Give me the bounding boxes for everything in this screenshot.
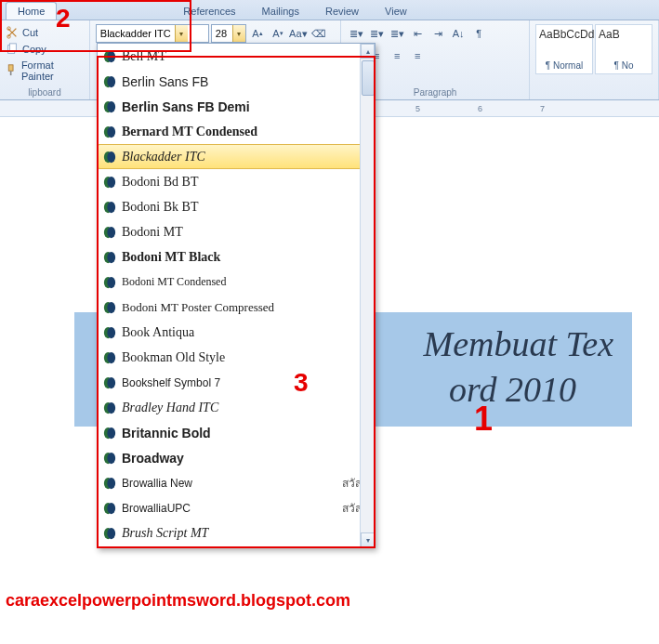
font-option[interactable]: Brush Script MT [98, 520, 375, 545]
svg-point-7 [107, 50, 115, 61]
svg-point-17 [107, 176, 115, 187]
sort-button[interactable]: A↓ [449, 24, 468, 43]
font-option[interactable]: Browallia Newสวัสดี [98, 470, 375, 495]
font-option[interactable]: Bookman Old Style [98, 345, 375, 370]
font-option[interactable]: Britannic Bold [98, 420, 375, 445]
font-option[interactable]: Bodoni MT [98, 219, 375, 244]
scroll-thumb[interactable] [362, 60, 375, 96]
font-option[interactable]: Bodoni Bk BT [98, 194, 375, 219]
size-dropdown-button[interactable]: ▾ [232, 25, 245, 42]
opentype-icon [103, 326, 116, 339]
indent-icon: ⇥ [434, 28, 442, 40]
opentype-icon [103, 100, 116, 113]
svg-point-27 [107, 301, 115, 312]
format-painter-label: Format Painter [21, 59, 84, 82]
tab-references[interactable]: References [172, 3, 246, 20]
opentype-icon [103, 50, 116, 63]
numbering-icon: ≣ [370, 28, 378, 40]
font-size-selector[interactable]: 28 ▾ [211, 24, 246, 43]
font-option-label: BrowalliaUPC [122, 502, 191, 515]
dropdown-scrollbar: ▴ ▾ [360, 44, 375, 547]
decrease-indent-button[interactable]: ⇤ [408, 24, 427, 43]
font-option-label: Broadway [122, 451, 184, 466]
svg-point-29 [107, 326, 115, 337]
font-option[interactable]: Blackadder ITC [98, 144, 375, 169]
font-option[interactable]: Bodoni Bd BT [98, 169, 375, 194]
opentype-icon [103, 251, 116, 264]
svg-rect-3 [9, 44, 16, 52]
group-styles: AaBbCcDd ¶ Normal AaB ¶ No [530, 20, 659, 99]
font-option-label: Bernard MT Condensed [122, 125, 257, 139]
tab-review[interactable]: Review [314, 3, 370, 20]
svg-point-35 [107, 401, 115, 413]
font-option-label: Bodoni MT [122, 225, 183, 240]
font-option-label: Bookman Old Style [122, 350, 225, 365]
opentype-icon [103, 452, 116, 465]
svg-point-37 [107, 427, 115, 438]
font-option[interactable]: Book Antiqua [98, 320, 375, 345]
ruler-mark: 7 [540, 104, 545, 113]
change-case-button[interactable]: Aa▾ [289, 24, 308, 43]
scissors-icon [6, 26, 19, 39]
opentype-icon [103, 376, 116, 389]
copy-icon [6, 43, 19, 56]
font-option[interactable]: Bradley Hand ITC [98, 395, 375, 420]
opentype-icon [103, 301, 116, 314]
font-option[interactable]: Bernard MT Condensed [98, 119, 375, 144]
opentype-icon [103, 176, 116, 189]
font-option[interactable]: Calibri [98, 545, 375, 547]
ruler-mark: 5 [415, 104, 420, 113]
show-marks-button[interactable]: ¶ [469, 24, 488, 43]
tab-mailings[interactable]: Mailings [251, 3, 310, 20]
font-dropdown-button[interactable]: ▾ [175, 25, 188, 42]
font-option-label: Bell MT [122, 49, 166, 64]
style-nospacing[interactable]: AaB ¶ No [595, 24, 652, 74]
cut-label: Cut [22, 27, 38, 38]
copy-button[interactable]: Copy [6, 41, 84, 58]
font-option[interactable]: Bookshelf Symbol 7 [98, 370, 375, 395]
align-right-button[interactable]: ≡ [388, 46, 406, 65]
numbering-button[interactable]: ≣▾ [367, 24, 386, 43]
format-painter-button[interactable]: Format Painter [6, 58, 84, 84]
font-option[interactable]: Bodoni MT Poster Compressed [98, 295, 375, 320]
ribbon-tabs: Home References Mailings Review View [0, 0, 659, 20]
opentype-icon [103, 75, 116, 88]
tab-home[interactable]: Home [6, 2, 57, 20]
tab-view[interactable]: View [374, 3, 418, 20]
svg-point-13 [107, 125, 115, 137]
style-normal[interactable]: AaBbCcDd ¶ Normal [535, 24, 593, 74]
clear-formatting-button[interactable]: ⌫ [310, 24, 328, 43]
font-option[interactable]: Bodoni MT Black [98, 244, 375, 269]
group-clipboard: Cut Copy Format Painter lipboard [0, 20, 90, 99]
font-option-label: Berlin Sans FB Demi [122, 99, 250, 114]
increase-indent-button[interactable]: ⇥ [428, 24, 447, 43]
font-name-value: Blackadder ITC [97, 28, 175, 39]
svg-point-45 [107, 527, 115, 538]
font-option[interactable]: Berlin Sans FB Demi [98, 94, 375, 119]
font-option[interactable]: Berlin Sans FB [98, 69, 375, 94]
font-option[interactable]: Bell MT [98, 44, 375, 69]
multilevel-button[interactable]: ≣▾ [388, 24, 406, 43]
svg-point-41 [107, 477, 115, 488]
justify-button[interactable]: ≡ [408, 46, 427, 65]
shrink-font-button[interactable]: A▾ [269, 24, 287, 43]
font-option[interactable]: BrowalliaUPCสวัสดี [98, 495, 375, 520]
scroll-up-button[interactable]: ▴ [361, 44, 375, 59]
font-option-label: Berlin Sans FB [122, 74, 208, 89]
font-list-scroll[interactable]: Bell MTBerlin Sans FBBerlin Sans FB Demi… [98, 44, 375, 547]
cut-button[interactable]: Cut [6, 24, 84, 41]
font-option-label: Bradley Hand ITC [122, 401, 218, 415]
style-name: ¶ Normal [539, 60, 589, 71]
scroll-down-button[interactable]: ▾ [361, 532, 375, 547]
eraser-icon: ⌫ [311, 28, 326, 40]
font-option-label: Brush Script MT [122, 526, 208, 541]
bullets-button[interactable]: ≣▾ [347, 24, 365, 43]
grow-font-button[interactable]: A▴ [248, 24, 267, 43]
svg-point-43 [107, 502, 115, 513]
font-option-label: Book Antiqua [122, 325, 194, 340]
font-option[interactable]: Bodoni MT Condensed [98, 269, 375, 295]
opentype-icon [103, 151, 116, 164]
font-option[interactable]: Broadway [98, 445, 375, 470]
font-name-selector[interactable]: Blackadder ITC ▾ [96, 24, 209, 43]
font-option-label: Browallia New [122, 477, 192, 490]
